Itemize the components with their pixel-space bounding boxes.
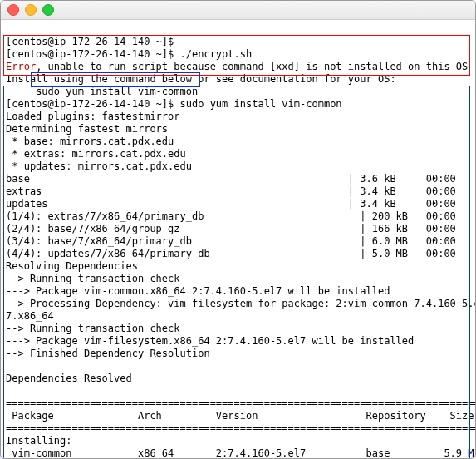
output-line: * updates: mirrors.cat.pdx.edu xyxy=(6,160,192,172)
command-text: sudo yum install vim-common xyxy=(180,98,342,110)
output-line: Resolving Dependencies xyxy=(6,260,138,272)
titlebar xyxy=(1,1,475,20)
suggest-cmd: sudo yum install vim-common xyxy=(36,86,198,97)
prompt: [centos@ip-172-26-14-140 ~]$ xyxy=(6,48,180,60)
output-line: * base: mirrors.cat.pdx.edu xyxy=(6,136,174,147)
command-text: ./encrypt.sh xyxy=(180,48,253,60)
indent xyxy=(6,86,36,97)
prompt: [centos@ip-172-26-14-140 ~]$ xyxy=(6,36,180,47)
output-line: ---> Package vim-common.x86_64 2:7.4.160… xyxy=(6,285,390,297)
table-header: Package Arch Version Repository Size xyxy=(6,410,474,422)
output-line: (1/4): extras/7/x86_64/primary_db | 200 … xyxy=(6,210,456,222)
output-line: * extras: mirrors.cat.pdx.edu xyxy=(6,148,186,160)
output-line: updates | 3.4 kB 00:00 xyxy=(6,198,456,210)
output-line: --> Processing Dependency: vim-filesyste… xyxy=(6,298,476,309)
output-line: --> Running transaction check xyxy=(6,273,180,284)
prompt: [centos@ip-172-26-14-140 ~]$ xyxy=(6,98,180,110)
terminal-window: [centos@ip-172-26-14-140 ~]$ [centos@ip-… xyxy=(0,0,476,459)
output-line: --> Running transaction check xyxy=(6,323,180,334)
install-msg: Install using the command below or see d… xyxy=(6,73,396,85)
output-line: (4/4): updates/7/x86_64/primary_db | 5.0… xyxy=(6,248,456,259)
zoom-icon[interactable] xyxy=(42,4,54,16)
output-line: base | 3.6 kB 00:00 xyxy=(6,173,456,185)
close-icon[interactable] xyxy=(7,4,19,16)
output-line: 7.x86_64 xyxy=(6,310,54,322)
output-line: (3/4): base/7/x86_64/primary_db | 6.0 MB… xyxy=(6,235,456,247)
output-line: Loaded plugins: fastestmirror xyxy=(6,111,180,122)
minimize-icon[interactable] xyxy=(25,4,37,16)
separator-line: ========================================… xyxy=(6,397,476,409)
output-line: Determining fastest mirrors xyxy=(6,123,168,135)
separator-line: ========================================… xyxy=(6,422,476,434)
output-line: ---> Package vim-filesystem.x86_64 2:7.4… xyxy=(6,335,414,347)
error-text: , unable to run script because command [… xyxy=(36,61,468,72)
output-line: --> Finished Dependency Resolution xyxy=(6,348,210,359)
terminal-body[interactable]: [centos@ip-172-26-14-140 ~]$ [centos@ip-… xyxy=(1,20,475,459)
package-row: vim-common x86_64 2:7.4.160-5.el7 base 5… xyxy=(6,447,474,459)
output-line: extras | 3.4 kB 00:00 xyxy=(6,185,456,197)
section-label: Installing: xyxy=(6,435,71,447)
output-line: Dependencies Resolved xyxy=(6,373,132,384)
output-line: (2/4): base/7/x86_64/group_gz | 166 kB 0… xyxy=(6,223,456,234)
error-label: Error xyxy=(6,61,36,72)
